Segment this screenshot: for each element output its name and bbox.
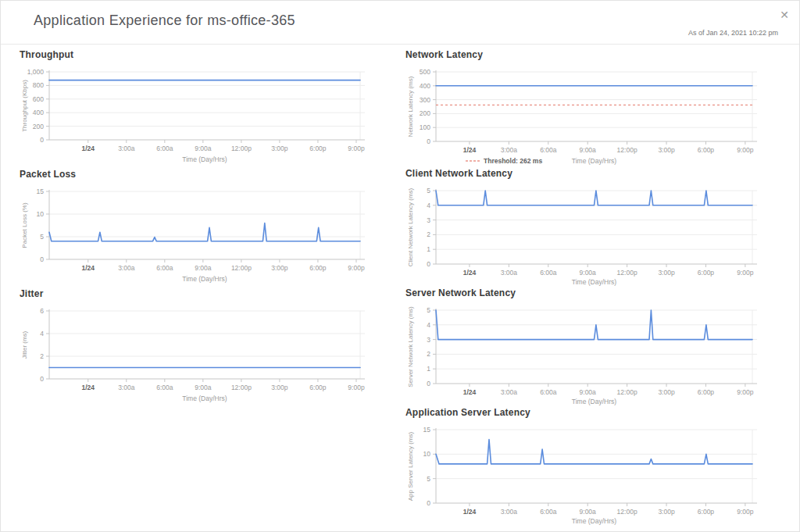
svg-text:6:00a: 6:00a xyxy=(540,146,557,154)
svg-text:3:00a: 3:00a xyxy=(118,264,135,272)
chart-throughput: Throughput 02004006008001,0001/243:00a6:… xyxy=(20,49,373,165)
svg-text:Throughput (Kbps): Throughput (Kbps) xyxy=(21,80,28,132)
svg-text:0: 0 xyxy=(40,375,44,383)
svg-text:6:00p: 6:00p xyxy=(698,388,715,396)
svg-text:4: 4 xyxy=(427,321,430,329)
svg-text:6:00p: 6:00p xyxy=(698,269,715,277)
svg-text:500: 500 xyxy=(420,68,430,76)
svg-text:400: 400 xyxy=(420,82,430,90)
chart-client-network-latency: Client Network Latency 0123451/243:00a6:… xyxy=(405,168,760,287)
svg-text:9:00a: 9:00a xyxy=(580,146,597,154)
chart-title: Packet Loss xyxy=(20,169,373,186)
chart-title: Client Network Latency xyxy=(405,168,760,185)
close-icon[interactable]: ✕ xyxy=(777,7,792,23)
svg-text:6:00a: 6:00a xyxy=(156,264,173,272)
svg-text:1/24: 1/24 xyxy=(81,264,95,272)
packet-loss-chart-canvas[interactable]: 0510151/243:00a6:00a9:00a12:00p3:00p6:00… xyxy=(20,186,373,284)
svg-text:2: 2 xyxy=(427,350,430,358)
chart-title: Jitter xyxy=(20,288,373,305)
svg-text:3:00p: 3:00p xyxy=(271,264,288,272)
svg-text:3:00a: 3:00a xyxy=(118,145,135,152)
svg-text:12:00p: 12:00p xyxy=(617,388,638,396)
svg-text:5: 5 xyxy=(427,475,430,483)
svg-text:5: 5 xyxy=(40,233,44,241)
dialog-header: Application Experience for ms-office-365… xyxy=(1,1,800,45)
svg-text:1: 1 xyxy=(427,365,430,373)
svg-text:3:00a: 3:00a xyxy=(501,388,518,396)
svg-text:Time (Day/Hrs): Time (Day/Hrs) xyxy=(572,278,616,286)
svg-text:Time (Day/Hrs): Time (Day/Hrs) xyxy=(182,155,227,163)
chart-title: Application Server Latency xyxy=(405,407,760,424)
svg-text:9:00a: 9:00a xyxy=(580,388,597,396)
svg-text:3: 3 xyxy=(427,216,430,224)
svg-text:2: 2 xyxy=(40,352,44,360)
svg-text:9:00p: 9:00p xyxy=(737,508,754,516)
svg-text:12:00p: 12:00p xyxy=(231,384,252,391)
svg-text:Time (Day/Hrs): Time (Day/Hrs) xyxy=(572,157,616,165)
svg-text:3:00a: 3:00a xyxy=(501,508,518,516)
svg-text:6:00p: 6:00p xyxy=(309,145,327,152)
svg-text:1/24: 1/24 xyxy=(463,508,477,516)
svg-text:3:00a: 3:00a xyxy=(501,146,518,154)
svg-text:Packet Loss (%): Packet Loss (%) xyxy=(21,202,28,248)
chart-application-server-latency: Application Server Latency 0510151/243:0… xyxy=(405,407,760,527)
svg-text:6:00p: 6:00p xyxy=(309,384,327,391)
svg-text:6:00a: 6:00a xyxy=(540,269,557,277)
svg-text:9:00p: 9:00p xyxy=(737,388,754,396)
svg-text:6:00a: 6:00a xyxy=(156,145,173,152)
chart-packet-loss: Packet Loss 0510151/243:00a6:00a9:00a12:… xyxy=(20,169,373,284)
svg-text:9:00a: 9:00a xyxy=(580,269,597,277)
svg-text:6:00p: 6:00p xyxy=(698,146,715,154)
svg-text:5: 5 xyxy=(427,306,430,314)
svg-text:12:00p: 12:00p xyxy=(231,264,252,272)
svg-text:12:00p: 12:00p xyxy=(617,269,638,277)
svg-text:200: 200 xyxy=(33,123,44,130)
svg-text:9:00p: 9:00p xyxy=(348,145,365,152)
chart-title: Network Latency xyxy=(405,49,760,66)
svg-text:6:00p: 6:00p xyxy=(698,508,715,516)
svg-text:0: 0 xyxy=(427,499,430,507)
svg-text:6: 6 xyxy=(40,307,44,315)
svg-text:0: 0 xyxy=(40,136,44,144)
svg-text:3:00a: 3:00a xyxy=(501,269,518,277)
svg-text:6:00a: 6:00a xyxy=(156,384,173,391)
jitter-chart-canvas[interactable]: 02461/243:00a6:00a9:00a12:00p3:00p6:00p9… xyxy=(20,305,373,404)
svg-text:3:00p: 3:00p xyxy=(658,146,675,154)
client-network-latency-chart-canvas[interactable]: 0123451/243:00a6:00a9:00a12:00p3:00p6:00… xyxy=(405,185,760,287)
svg-text:3:00p: 3:00p xyxy=(271,145,288,152)
svg-text:600: 600 xyxy=(33,95,44,103)
svg-text:3:00p: 3:00p xyxy=(271,384,288,391)
throughput-chart-canvas[interactable]: 02004006008001,0001/243:00a6:00a9:00a12:… xyxy=(20,66,373,165)
svg-text:1/24: 1/24 xyxy=(81,384,95,391)
svg-text:9:00p: 9:00p xyxy=(737,269,754,277)
svg-text:9:00a: 9:00a xyxy=(195,264,212,272)
svg-text:4: 4 xyxy=(40,330,44,337)
svg-text:Server Network Latency (ms): Server Network Latency (ms) xyxy=(407,306,414,387)
svg-text:1/24: 1/24 xyxy=(81,145,95,152)
svg-text:1: 1 xyxy=(427,245,430,253)
svg-text:3:00p: 3:00p xyxy=(658,269,675,277)
svg-text:4: 4 xyxy=(427,202,430,209)
svg-text:12:00p: 12:00p xyxy=(617,508,638,516)
svg-text:9:00a: 9:00a xyxy=(195,145,212,152)
svg-text:1/24: 1/24 xyxy=(463,388,477,396)
svg-text:Threshold: 262 ms: Threshold: 262 ms xyxy=(484,157,542,165)
svg-text:0: 0 xyxy=(427,380,430,387)
server-network-latency-chart-canvas[interactable]: 0123451/243:00a6:00a9:00a12:00p3:00p6:00… xyxy=(405,305,760,407)
svg-text:3:00p: 3:00p xyxy=(658,388,675,396)
svg-text:9:00p: 9:00p xyxy=(348,264,365,272)
svg-text:Jitter (ms): Jitter (ms) xyxy=(21,330,28,359)
svg-text:3:00p: 3:00p xyxy=(658,508,675,516)
svg-text:15: 15 xyxy=(37,187,45,195)
svg-text:15: 15 xyxy=(423,426,431,434)
application-server-latency-chart-canvas[interactable]: 0510151/243:00a6:00a9:00a12:00p3:00p6:00… xyxy=(405,424,760,527)
svg-text:100: 100 xyxy=(420,123,430,131)
svg-text:Time (Day/Hrs): Time (Day/Hrs) xyxy=(572,517,616,525)
svg-text:10: 10 xyxy=(423,450,431,458)
svg-text:12:00p: 12:00p xyxy=(617,146,638,154)
as-of-timestamp: As of Jan 24, 2021 10:22 pm xyxy=(688,29,778,37)
network-latency-chart-canvas[interactable]: 01002003004005001/243:00a6:00a9:00a12:00… xyxy=(405,66,760,166)
svg-text:Time (Day/Hrs): Time (Day/Hrs) xyxy=(572,398,616,405)
svg-text:9:00p: 9:00p xyxy=(737,146,754,154)
svg-text:5: 5 xyxy=(427,187,430,195)
